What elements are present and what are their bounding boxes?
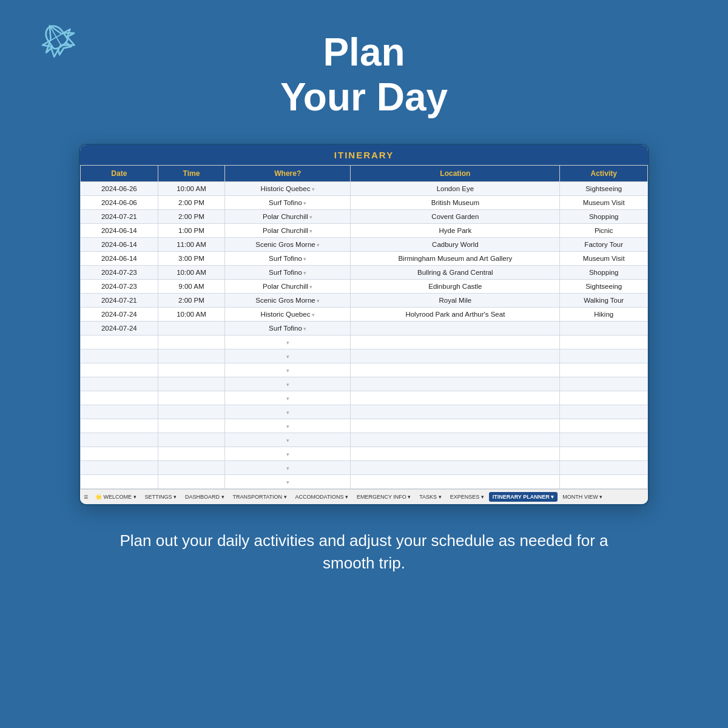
cell-3-1: 1:00 PM	[158, 224, 224, 238]
cell-10-3	[351, 322, 560, 335]
cell-1-0: 2024-06-06	[81, 196, 158, 210]
cell-13-1	[158, 363, 224, 377]
cell-19-4	[560, 447, 648, 461]
cell-14-4	[560, 377, 648, 391]
cell-16-0	[81, 405, 158, 419]
table-row: ▾	[81, 405, 648, 419]
tab-itinerary-planner[interactable]: ITINERARY PLANNER ▾	[489, 492, 558, 502]
cell-18-1	[158, 433, 224, 447]
cell-14-1	[158, 377, 224, 391]
tab-emergency-info[interactable]: EMERGENCY INFO ▾	[353, 492, 414, 502]
cell-13-4	[560, 363, 648, 377]
col-location: Location	[351, 166, 560, 182]
tab-tasks[interactable]: TASKS ▾	[416, 492, 445, 502]
top-section: Plan Your Day	[0, 0, 728, 144]
sheet-title: ITINERARY	[80, 145, 648, 165]
cell-8-4: Walking Tour	[560, 294, 648, 308]
cell-15-3	[351, 391, 560, 405]
cell-8-0: 2024-07-21	[81, 294, 158, 308]
tab-accomodations[interactable]: ACCOMODATIONS ▾	[292, 492, 352, 502]
cell-5-2: Surf Tofino ▾	[225, 252, 351, 266]
table-header-row: Date Time Where? Location Activity	[81, 166, 648, 182]
tab-transportation[interactable]: TRANSPORTATION ▾	[229, 492, 291, 502]
cell-18-4	[560, 433, 648, 447]
main-title: Plan Your Day	[280, 30, 448, 120]
cell-1-4: Museum Visit	[560, 196, 648, 210]
table-row: ▾	[81, 433, 648, 447]
col-time: Time	[158, 166, 224, 182]
table-row: 2024-06-062:00 PMSurf Tofino ▾British Mu…	[81, 196, 648, 210]
cell-0-0: 2024-06-26	[81, 182, 158, 196]
cell-7-4: Sightseeing	[560, 280, 648, 294]
cell-0-3: London Eye	[351, 182, 560, 196]
itinerary-table: Date Time Where? Location Activity 2024-…	[80, 165, 648, 489]
table-row: ▾	[81, 475, 648, 489]
cell-21-3	[351, 475, 560, 489]
cell-13-3	[351, 363, 560, 377]
cell-11-4	[560, 335, 648, 349]
cell-21-0	[81, 475, 158, 489]
cell-20-4	[560, 461, 648, 475]
cell-4-0: 2024-06-14	[81, 238, 158, 252]
cell-20-3	[351, 461, 560, 475]
tab-month-view[interactable]: MONTH VIEW ▾	[559, 492, 606, 502]
cell-12-3	[351, 349, 560, 363]
cell-20-0	[81, 461, 158, 475]
cell-18-2: ▾	[225, 433, 351, 447]
tab-🌟-welcome[interactable]: 🌟 WELCOME ▾	[92, 492, 140, 502]
cell-8-3: Royal Mile	[351, 294, 560, 308]
cell-4-2: Scenic Gros Morne ▾	[225, 238, 351, 252]
table-row: 2024-07-24Surf Tofino ▾	[81, 322, 648, 335]
table-row: 2024-07-2310:00 AMSurf Tofino ▾Bullring …	[81, 266, 648, 280]
cell-17-0	[81, 419, 158, 433]
cell-15-4	[560, 391, 648, 405]
cell-13-0	[81, 363, 158, 377]
cell-5-0: 2024-06-14	[81, 252, 158, 266]
cell-17-2: ▾	[225, 419, 351, 433]
cell-18-3	[351, 433, 560, 447]
cell-21-1	[158, 475, 224, 489]
col-activity: Activity	[560, 166, 648, 182]
cell-2-1: 2:00 PM	[158, 210, 224, 224]
table-row: 2024-07-239:00 AMPolar Churchill ▾Edinbu…	[81, 280, 648, 294]
cell-11-2: ▾	[225, 335, 351, 349]
cell-14-2: ▾	[225, 377, 351, 391]
cell-0-2: Historic Quebec ▾	[225, 182, 351, 196]
cell-16-1	[158, 405, 224, 419]
tab-settings[interactable]: SETTINGS ▾	[141, 492, 181, 502]
cell-9-3: Holyrood Park and Arthur's Seat	[351, 308, 560, 322]
cell-9-4: Hiking	[560, 308, 648, 322]
cell-17-3	[351, 419, 560, 433]
cell-7-0: 2024-07-23	[81, 280, 158, 294]
col-where: Where?	[225, 166, 351, 182]
cell-4-4: Factory Tour	[560, 238, 648, 252]
cell-8-1: 2:00 PM	[158, 294, 224, 308]
table-row: ▾	[81, 377, 648, 391]
table-row: ▾	[81, 461, 648, 475]
cell-10-2: Surf Tofino ▾	[225, 322, 351, 335]
cell-21-2: ▾	[225, 475, 351, 489]
tab-menu-icon[interactable]: ≡	[84, 493, 88, 501]
cell-15-1	[158, 391, 224, 405]
cell-17-1	[158, 419, 224, 433]
table-row: 2024-07-212:00 PMPolar Churchill ▾Covent…	[81, 210, 648, 224]
table-row: 2024-06-143:00 PMSurf Tofino ▾Birmingham…	[81, 252, 648, 266]
cell-18-0	[81, 433, 158, 447]
cell-6-4: Shopping	[560, 266, 648, 280]
tab-expenses[interactable]: EXPENSES ▾	[447, 492, 488, 502]
tab-dashboard[interactable]: DASHBOARD ▾	[181, 492, 228, 502]
cell-7-1: 9:00 AM	[158, 280, 224, 294]
table-row: ▾	[81, 391, 648, 405]
cell-1-2: Surf Tofino ▾	[225, 196, 351, 210]
cell-12-2: ▾	[225, 349, 351, 363]
cell-4-1: 11:00 AM	[158, 238, 224, 252]
cell-12-0	[81, 349, 158, 363]
cell-20-2: ▾	[225, 461, 351, 475]
table-row: 2024-07-2410:00 AMHistoric Quebec ▾Holyr…	[81, 308, 648, 322]
cell-5-4: Museum Visit	[560, 252, 648, 266]
cell-16-3	[351, 405, 560, 419]
cell-2-2: Polar Churchill ▾	[225, 210, 351, 224]
cell-14-3	[351, 377, 560, 391]
airplane-icon	[36, 18, 79, 61]
cell-6-0: 2024-07-23	[81, 266, 158, 280]
